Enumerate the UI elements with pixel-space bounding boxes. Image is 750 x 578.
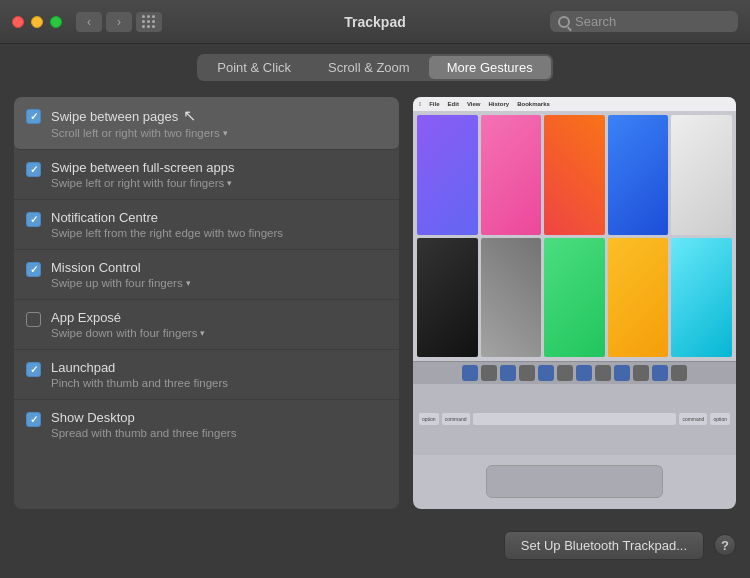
- kbd-command-right: command: [679, 413, 707, 425]
- maximize-button[interactable]: [50, 16, 62, 28]
- gesture-item-mission-control[interactable]: Mission ControlSwipe up with four finger…: [14, 250, 399, 300]
- tab-point-click[interactable]: Point & Click: [199, 56, 309, 79]
- titlebar: ‹ › Trackpad Search: [0, 0, 750, 44]
- setup-bluetooth-button[interactable]: Set Up Bluetooth Trackpad...: [504, 531, 704, 560]
- gesture-title-show-desktop: Show Desktop: [51, 410, 387, 425]
- menu-apple: : [419, 101, 421, 107]
- gesture-subtitle-mission-control: Swipe up with four fingers ▾: [51, 277, 387, 289]
- kbd-option-right: option: [710, 413, 730, 425]
- gesture-info-notification-centre: Notification CentreSwipe left from the r…: [51, 210, 387, 239]
- menu-view: View: [467, 101, 481, 107]
- search-placeholder: Search: [575, 14, 616, 29]
- gesture-title-swipe-between-apps: Swipe between full-screen apps: [51, 160, 387, 175]
- gesture-title-launchpad: Launchpad: [51, 360, 387, 375]
- thumb-3: [544, 115, 605, 235]
- dock-icon-3: [500, 365, 516, 381]
- gesture-subtitle-launchpad: Pinch with thumb and three fingers: [51, 377, 387, 389]
- dock-icon-9: [614, 365, 630, 381]
- thumb-10: [671, 238, 732, 358]
- minimize-button[interactable]: [31, 16, 43, 28]
- mac-trackpad: [413, 455, 736, 509]
- tabs-container: Point & Click Scroll & Zoom More Gesture…: [0, 44, 750, 89]
- dropdown-arrow-icon: ▾: [186, 278, 191, 288]
- gesture-subtitle-show-desktop: Spread with thumb and three fingers: [51, 427, 387, 439]
- main-content: Swipe between pages ↖Scroll left or righ…: [0, 89, 750, 519]
- thumb-7: [481, 238, 542, 358]
- thumb-9: [608, 238, 669, 358]
- gesture-title-mission-control: Mission Control: [51, 260, 387, 275]
- gesture-list: Swipe between pages ↖Scroll left or righ…: [14, 97, 399, 509]
- gesture-subtitle-app-expose: Swipe down with four fingers ▾: [51, 327, 387, 339]
- close-button[interactable]: [12, 16, 24, 28]
- dock-icon-7: [576, 365, 592, 381]
- menu-history: History: [488, 101, 509, 107]
- help-button[interactable]: ?: [714, 534, 736, 556]
- search-box[interactable]: Search: [550, 11, 738, 32]
- thumb-1: [417, 115, 478, 235]
- dropdown-arrow-icon: ▾: [200, 328, 205, 338]
- gesture-item-app-expose[interactable]: App ExposéSwipe down with four fingers ▾: [14, 300, 399, 350]
- dock-icon-4: [519, 365, 535, 381]
- dock-icon-6: [557, 365, 573, 381]
- bottom-bar: Set Up Bluetooth Trackpad... ?: [0, 519, 750, 571]
- kbd-command-left: command: [442, 413, 470, 425]
- checkbox-app-expose[interactable]: [26, 312, 41, 327]
- cursor-icon: ↖: [183, 106, 196, 125]
- menu-edit: Edit: [448, 101, 459, 107]
- app-grid-button[interactable]: [136, 12, 162, 32]
- checkbox-launchpad[interactable]: [26, 362, 41, 377]
- gesture-title-app-expose: App Exposé: [51, 310, 387, 325]
- checkbox-notification-centre[interactable]: [26, 212, 41, 227]
- gesture-info-swipe-between-pages: Swipe between pages ↖Scroll left or righ…: [51, 107, 387, 139]
- thumb-8: [544, 238, 605, 358]
- checkbox-show-desktop[interactable]: [26, 412, 41, 427]
- dock-icon-10: [633, 365, 649, 381]
- gesture-item-notification-centre[interactable]: Notification CentreSwipe left from the r…: [14, 200, 399, 250]
- gesture-info-swipe-between-apps: Swipe between full-screen appsSwipe left…: [51, 160, 387, 189]
- kbd-space: [473, 413, 677, 425]
- menu-bookmarks: Bookmarks: [517, 101, 550, 107]
- window-title: Trackpad: [344, 14, 405, 30]
- gesture-subtitle-swipe-between-pages: Scroll left or right with two fingers ▾: [51, 127, 387, 139]
- dock-icon-1: [462, 365, 478, 381]
- tabs-group: Point & Click Scroll & Zoom More Gesture…: [197, 54, 552, 81]
- gesture-item-swipe-between-apps[interactable]: Swipe between full-screen appsSwipe left…: [14, 150, 399, 200]
- mac-screen-content: [413, 111, 736, 361]
- back-button[interactable]: ‹: [76, 12, 102, 32]
- mac-keyboard: option command command option: [413, 384, 736, 454]
- grid-icon: [142, 15, 156, 29]
- gesture-info-mission-control: Mission ControlSwipe up with four finger…: [51, 260, 387, 289]
- mac-dock: [413, 361, 736, 384]
- gesture-item-swipe-between-pages[interactable]: Swipe between pages ↖Scroll left or righ…: [14, 97, 399, 150]
- tab-more-gestures[interactable]: More Gestures: [429, 56, 551, 79]
- thumb-4: [608, 115, 669, 235]
- trackpad-surface: [486, 465, 664, 498]
- gesture-info-app-expose: App ExposéSwipe down with four fingers ▾: [51, 310, 387, 339]
- gesture-title-swipe-between-pages: Swipe between pages ↖: [51, 107, 387, 125]
- traffic-lights: [12, 16, 62, 28]
- preview-panel:  File Edit View History Bookmarks: [413, 97, 736, 509]
- menu-file: File: [429, 101, 439, 107]
- gesture-title-notification-centre: Notification Centre: [51, 210, 387, 225]
- forward-button[interactable]: ›: [106, 12, 132, 32]
- gesture-subtitle-notification-centre: Swipe left from the right edge with two …: [51, 227, 387, 239]
- thumb-5: [671, 115, 732, 235]
- gesture-item-launchpad[interactable]: LaunchpadPinch with thumb and three fing…: [14, 350, 399, 400]
- dock-icon-12: [671, 365, 687, 381]
- dock-icon-2: [481, 365, 497, 381]
- checkbox-swipe-between-apps[interactable]: [26, 162, 41, 177]
- search-icon: [558, 16, 570, 28]
- mac-screen:  File Edit View History Bookmarks: [413, 97, 736, 361]
- checkbox-mission-control[interactable]: [26, 262, 41, 277]
- dropdown-arrow-icon: ▾: [223, 128, 228, 138]
- mac-menubar:  File Edit View History Bookmarks: [413, 97, 736, 111]
- thumb-2: [481, 115, 542, 235]
- tab-scroll-zoom[interactable]: Scroll & Zoom: [310, 56, 428, 79]
- gesture-info-launchpad: LaunchpadPinch with thumb and three fing…: [51, 360, 387, 389]
- dock-icon-5: [538, 365, 554, 381]
- gesture-item-show-desktop[interactable]: Show DesktopSpread with thumb and three …: [14, 400, 399, 449]
- dropdown-arrow-icon: ▾: [227, 178, 232, 188]
- gesture-info-show-desktop: Show DesktopSpread with thumb and three …: [51, 410, 387, 439]
- checkbox-swipe-between-pages[interactable]: [26, 109, 41, 124]
- kbd-option-left: option: [419, 413, 439, 425]
